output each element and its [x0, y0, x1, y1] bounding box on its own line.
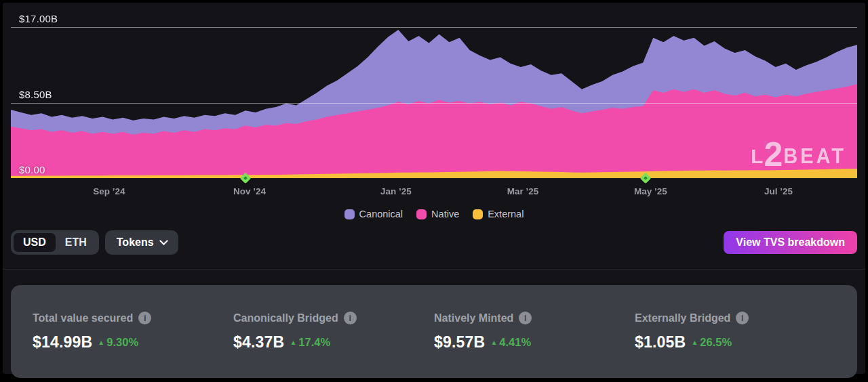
legend-item-external[interactable]: External	[473, 207, 524, 221]
divider	[3, 269, 865, 270]
x-axis-label: Mar ’25	[507, 186, 539, 196]
stat-change-pct: 9.30%	[106, 336, 138, 349]
up-arrow-icon: ▲	[490, 339, 497, 346]
info-icon[interactable]: i	[138, 312, 151, 324]
chart-legend: CanonicalNativeExternal	[3, 207, 865, 221]
stat-value: $4.37B	[233, 333, 284, 352]
stat-value: $14.99B	[33, 333, 92, 352]
legend-label: Canonical	[359, 209, 403, 219]
stat-card-natively-minted: Natively Minted i $9.57B ▲ 4.41%	[434, 312, 635, 352]
info-icon[interactable]: i	[519, 312, 532, 324]
stat-value: $9.57B	[434, 333, 485, 352]
usd-toggle-button[interactable]: USD	[14, 233, 56, 252]
legend-swatch	[416, 209, 427, 219]
view-tvs-breakdown-button[interactable]: View TVS breakdown	[724, 231, 857, 254]
tokens-dropdown-button[interactable]: Tokens	[105, 230, 178, 255]
stat-card-externally-bridged: Externally Bridged i $1.05B ▲ 26.5%	[635, 312, 835, 352]
stat-label: Natively Minted	[434, 312, 513, 324]
stat-label: Total value secured	[33, 312, 133, 324]
legend-item-canonical[interactable]: Canonical	[344, 207, 403, 221]
x-axis-label: Nov ’24	[233, 186, 266, 196]
tokens-label: Tokens	[117, 236, 154, 249]
stat-change-pct: 4.41%	[499, 336, 531, 349]
legend-label: External	[488, 209, 524, 219]
x-axis-label: Sep ’24	[93, 186, 125, 196]
up-arrow-icon: ▲	[290, 339, 296, 346]
stat-card-canonically-bridged: Canonically Bridged i $4.37B ▲ 17.4%	[233, 312, 434, 352]
stats-panel: Total value secured i $14.99B ▲ 9.30% Ca…	[11, 285, 857, 378]
legend-swatch	[344, 209, 355, 219]
up-arrow-icon: ▲	[691, 339, 698, 346]
x-axis-label: Jan ’25	[380, 186, 412, 196]
legend-item-native[interactable]: Native	[416, 207, 459, 221]
chart-controls: USD ETH Tokens View TVS breakdown	[11, 230, 857, 255]
x-axis-label: Jul ’25	[764, 186, 793, 196]
stacked-area-chart[interactable]	[11, 5, 857, 183]
legend-swatch	[473, 209, 483, 219]
stat-change-pct: 17.4%	[298, 336, 330, 349]
eth-toggle-button[interactable]: ETH	[56, 233, 96, 252]
x-axis-labels: Sep ’24Nov ’24Jan ’25Mar ’25May ’25Jul ’…	[11, 183, 857, 199]
stat-change-pct: 26.5%	[700, 336, 732, 349]
currency-toggle: USD ETH	[11, 230, 99, 255]
up-arrow-icon: ▲	[98, 339, 104, 346]
stat-label: Externally Bridged	[635, 312, 730, 324]
stat-change: ▲ 9.30%	[98, 336, 138, 349]
tvs-chart[interactable]: ♥ L 2 BEAT $17.00B$8.50B$0.00	[11, 5, 857, 183]
stat-value: $1.05B	[635, 333, 686, 352]
x-axis-label: May ’25	[634, 186, 667, 196]
stat-change: ▲ 26.5%	[691, 336, 732, 349]
tvs-dashboard: ♥ L 2 BEAT $17.00B$8.50B$0.00 Sep ’24Nov…	[3, 3, 865, 374]
info-icon[interactable]: i	[736, 312, 749, 324]
legend-label: Native	[431, 209, 459, 219]
info-icon[interactable]: i	[344, 312, 357, 324]
chevron-down-icon	[159, 236, 168, 245]
stat-change: ▲ 17.4%	[290, 336, 330, 349]
stat-label: Canonically Bridged	[233, 312, 338, 324]
stat-change: ▲ 4.41%	[490, 336, 531, 349]
stat-card-total-value-secured: Total value secured i $14.99B ▲ 9.30%	[33, 312, 233, 352]
left-controls: USD ETH Tokens	[11, 230, 178, 255]
